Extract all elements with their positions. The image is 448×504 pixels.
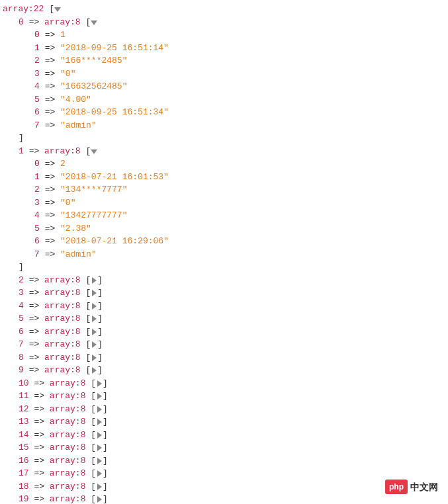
expand-toggle-icon[interactable] <box>91 275 97 286</box>
array-type: array:8 <box>44 365 81 375</box>
expand-toggle-icon[interactable] <box>91 339 97 351</box>
string-value: 166****2485 <box>66 56 122 65</box>
svg-marker-19 <box>97 483 102 490</box>
collapse-toggle-icon[interactable] <box>91 146 97 157</box>
entry-key: 1 <box>19 146 24 156</box>
open-bracket: [ <box>85 327 91 337</box>
close-bracket: ] <box>103 456 108 466</box>
expand-toggle-icon[interactable] <box>96 482 103 493</box>
entry-key: 10 <box>19 378 29 388</box>
arrow: => <box>34 404 44 414</box>
collapse-toggle-icon[interactable] <box>54 4 61 15</box>
array-entry-collapsed: 7 => array:8 [] <box>3 338 445 351</box>
arrow: => <box>34 456 44 466</box>
expand-toggle-icon[interactable] <box>91 314 97 325</box>
close-bracket: ] <box>103 404 108 414</box>
entry-key: 19 <box>19 494 29 504</box>
svg-marker-1 <box>91 21 97 25</box>
array-item: 1 => "2018-07-21 16:01:53" <box>3 171 445 184</box>
watermark-badge: php <box>385 480 408 494</box>
item-key: 6 <box>34 236 40 246</box>
array-item: 3 => "0" <box>3 196 445 210</box>
close-bracket: ] <box>97 301 103 311</box>
entry-key: 11 <box>19 391 29 401</box>
array-type: array:8 <box>50 378 86 388</box>
close-bracket: ] <box>103 430 108 440</box>
expand-toggle-icon[interactable] <box>96 430 103 441</box>
arrow: => <box>29 17 40 27</box>
svg-marker-8 <box>92 341 97 348</box>
open-bracket: [ <box>85 146 91 156</box>
string-value: 134****7777 <box>66 185 122 194</box>
open-bracket: [ <box>85 365 91 375</box>
close-bracket: ] <box>19 133 24 143</box>
arrow: => <box>29 365 40 375</box>
expand-toggle-icon[interactable] <box>96 494 103 504</box>
item-key: 0 <box>34 30 40 40</box>
svg-marker-16 <box>97 444 102 451</box>
item-key: 4 <box>34 210 40 220</box>
arrow: => <box>45 30 56 40</box>
expand-toggle-icon[interactable] <box>96 442 103 454</box>
string-value: " <box>91 249 97 259</box>
array-type: array:8 <box>44 288 81 298</box>
svg-marker-14 <box>97 419 102 425</box>
array-entry-collapsed: 3 => array:8 [] <box>3 286 445 300</box>
entry-key: 5 <box>19 314 24 323</box>
expand-toggle-icon[interactable] <box>91 301 97 312</box>
expand-toggle-icon[interactable] <box>91 353 97 364</box>
svg-marker-4 <box>92 290 97 296</box>
number-value: 2 <box>60 159 66 169</box>
item-key: 0 <box>34 159 40 169</box>
svg-marker-5 <box>92 303 97 310</box>
arrow: => <box>29 275 40 285</box>
array-type: array:8 <box>44 353 81 362</box>
arrow: => <box>29 314 40 323</box>
string-value: 0 <box>66 69 71 79</box>
arrow: => <box>45 236 56 246</box>
expand-toggle-icon[interactable] <box>96 404 103 415</box>
string-value: " <box>60 185 66 194</box>
collapse-toggle-icon[interactable] <box>91 17 97 28</box>
expand-toggle-icon[interactable] <box>96 468 103 480</box>
expand-toggle-icon[interactable] <box>96 417 103 428</box>
item-key: 1 <box>34 172 40 182</box>
close-bracket: ] <box>97 327 103 337</box>
close-bracket: ] <box>97 275 103 285</box>
array-type: array:8 <box>50 404 86 414</box>
entry-key: 13 <box>19 417 29 427</box>
svg-marker-15 <box>97 432 102 439</box>
watermark-text: 中文网 <box>410 480 438 494</box>
close-bracket: ] <box>103 378 108 388</box>
entry-key: 0 <box>19 17 24 27</box>
open-bracket: [ <box>91 378 96 388</box>
arrow: => <box>45 224 56 233</box>
arrow: => <box>45 198 56 208</box>
expand-toggle-icon[interactable] <box>96 378 103 390</box>
expand-toggle-icon[interactable] <box>91 365 97 376</box>
open-bracket: [ <box>85 339 91 349</box>
array-item: 4 => "13427777777" <box>3 209 445 222</box>
string-value: 0 <box>66 198 71 208</box>
array-type: array:8 <box>44 327 81 337</box>
entry-key: 12 <box>19 404 29 414</box>
close-bracket: ] <box>97 339 103 349</box>
svg-marker-12 <box>97 393 102 399</box>
string-value: " <box>122 81 128 91</box>
item-key: 7 <box>34 120 40 130</box>
entry-key: 18 <box>19 482 29 491</box>
expand-toggle-icon[interactable] <box>91 288 97 299</box>
expand-toggle-icon[interactable] <box>96 456 103 467</box>
string-value: admin <box>66 120 91 130</box>
array-entry-collapsed: 10 => array:8 [] <box>3 377 445 390</box>
arrow: => <box>29 339 40 349</box>
string-value: " <box>86 224 91 233</box>
open-bracket: [ <box>85 301 91 311</box>
array-entry-collapsed: 2 => array:8 [] <box>3 274 445 287</box>
open-bracket: [ <box>91 430 96 440</box>
expand-toggle-icon[interactable] <box>96 391 103 402</box>
string-value: 2018-07-21 16:01:53 <box>66 172 163 182</box>
close-bracket: ] <box>97 288 103 298</box>
expand-toggle-icon[interactable] <box>91 327 97 338</box>
watermark: php 中文网 <box>385 480 438 494</box>
